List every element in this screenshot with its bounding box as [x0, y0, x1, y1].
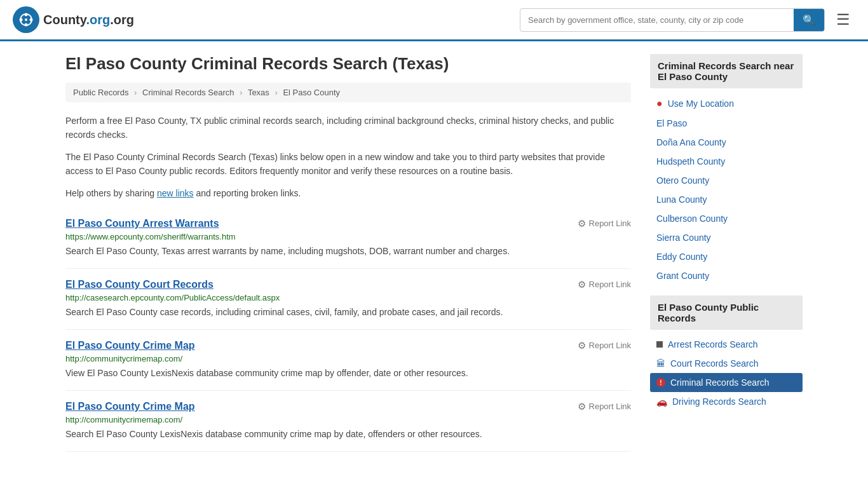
result-header: El Paso County Court Records ⚙ Report Li…	[65, 279, 631, 290]
search-button[interactable]: 🔍	[794, 9, 824, 31]
sidebar-nearby-item-0[interactable]: ●Use My Location	[650, 93, 803, 114]
result-header: El Paso County Arrest Warrants ⚙ Report …	[65, 218, 631, 229]
result-url-1[interactable]: http://casesearch.epcounty.com/PublicAcc…	[65, 293, 631, 302]
result-card: El Paso County Arrest Warrants ⚙ Report …	[65, 208, 631, 269]
sidebar-pr-item-1[interactable]: 🏛Court Records Search	[650, 354, 803, 373]
sidebar-nearby-item-8[interactable]: Eddy County	[650, 247, 803, 266]
report-link-1[interactable]: ⚙ Report Link	[578, 279, 631, 290]
result-header: El Paso County Crime Map ⚙ Report Link	[65, 340, 631, 351]
sidebar-public-records-items: Arrest Records Search🏛Court Records Sear…	[650, 335, 803, 411]
result-card: El Paso County Court Records ⚙ Report Li…	[65, 269, 631, 330]
sidebar: Criminal Records Search near El Paso Cou…	[650, 54, 803, 452]
sidebar-nearby-item-2[interactable]: Doña Ana County	[650, 133, 803, 152]
result-title-1[interactable]: El Paso County Court Records	[65, 279, 214, 290]
sidebar-pr-item-0[interactable]: Arrest Records Search	[650, 335, 803, 354]
report-link-2[interactable]: ⚙ Report Link	[578, 340, 631, 351]
result-desc-3: Search El Paso County LexisNexis databas…	[65, 428, 631, 441]
result-title-0[interactable]: El Paso County Arrest Warrants	[65, 218, 219, 229]
report-icon: ⚙	[578, 218, 586, 229]
breadcrumb-texas[interactable]: Texas	[248, 88, 269, 97]
result-url-3[interactable]: http://communitycrimemap.com/	[65, 415, 631, 424]
svg-point-2	[25, 13, 28, 17]
main-container: El Paso County Criminal Records Search (…	[53, 41, 815, 464]
report-link-3[interactable]: ⚙ Report Link	[578, 401, 631, 412]
svg-point-6	[25, 18, 27, 21]
sidebar-nearby-item-4[interactable]: Otero County	[650, 171, 803, 190]
breadcrumb: Public Records › Criminal Records Search…	[65, 83, 631, 102]
svg-point-5	[30, 18, 33, 22]
bank-icon: 🏛	[656, 358, 665, 369]
sidebar-public-records-title: El Paso County Public Records	[650, 295, 803, 330]
breadcrumb-public-records[interactable]: Public Records	[73, 88, 128, 97]
sidebar-nearby-item-9[interactable]: Grant County	[650, 266, 803, 285]
results-container: El Paso County Arrest Warrants ⚙ Report …	[65, 208, 631, 452]
logo-icon	[13, 6, 39, 33]
search-bar: 🔍	[520, 8, 825, 32]
svg-point-4	[20, 18, 23, 22]
content-area: El Paso County Criminal Records Search (…	[65, 54, 631, 452]
logo-text: County.org.org	[43, 13, 134, 27]
header: County.org.org 🔍 ☰	[0, 0, 868, 41]
menu-icon[interactable]: ☰	[831, 8, 855, 31]
result-title-2[interactable]: El Paso County Crime Map	[65, 340, 195, 351]
sidebar-pr-item-3[interactable]: 🚗Driving Records Search	[650, 392, 803, 411]
description-para3: Help others by sharing new links and rep…	[65, 186, 631, 200]
location-icon: ●	[656, 98, 663, 109]
svg-point-3	[25, 24, 28, 27]
sidebar-nearby-item-1[interactable]: El Paso	[650, 114, 803, 133]
description-para2: The El Paso County Criminal Records Sear…	[65, 150, 631, 179]
result-desc-0: Search El Paso County, Texas arrest warr…	[65, 245, 631, 258]
report-icon: ⚙	[578, 340, 586, 351]
result-desc-1: Search El Paso County case records, incl…	[65, 306, 631, 319]
breadcrumb-criminal-records[interactable]: Criminal Records Search	[142, 88, 234, 97]
square-icon	[656, 341, 663, 348]
result-header: El Paso County Crime Map ⚙ Report Link	[65, 401, 631, 412]
report-link-0[interactable]: ⚙ Report Link	[578, 218, 631, 229]
page-title: El Paso County Criminal Records Search (…	[65, 54, 631, 74]
result-url-0[interactable]: https://www.epcounty.com/sheriff/warrant…	[65, 232, 631, 241]
sidebar-nearby-item-7[interactable]: Sierra County	[650, 228, 803, 247]
search-input[interactable]	[520, 10, 794, 30]
excl-icon: !	[656, 378, 665, 387]
report-icon: ⚙	[578, 279, 586, 290]
breadcrumb-el-paso[interactable]: El Paso County	[283, 88, 340, 97]
result-card: El Paso County Crime Map ⚙ Report Link h…	[65, 391, 631, 452]
report-icon: ⚙	[578, 401, 586, 412]
description-para1: Perform a free El Paso County, TX public…	[65, 114, 631, 142]
new-links-link[interactable]: new links	[157, 188, 194, 198]
sidebar-pr-item-2[interactable]: !Criminal Records Search	[650, 373, 803, 392]
sidebar-public-records-section: El Paso County Public Records Arrest Rec…	[650, 295, 803, 411]
sidebar-nearby-item-3[interactable]: Hudspeth County	[650, 152, 803, 171]
result-title-3[interactable]: El Paso County Crime Map	[65, 401, 195, 412]
result-desc-2: View El Paso County LexisNexis database …	[65, 367, 631, 380]
car-icon: 🚗	[656, 396, 667, 407]
result-card: El Paso County Crime Map ⚙ Report Link h…	[65, 330, 631, 391]
sidebar-nearby-item-5[interactable]: Luna County	[650, 190, 803, 209]
result-url-2[interactable]: http://communitycrimemap.com/	[65, 354, 631, 363]
sidebar-nearby-item-6[interactable]: Culberson County	[650, 209, 803, 228]
header-right: 🔍 ☰	[520, 8, 855, 32]
sidebar-nearby-items: ●Use My LocationEl PasoDoña Ana CountyHu…	[650, 93, 803, 285]
logo-area: County.org.org	[13, 6, 134, 33]
sidebar-nearby-section: Criminal Records Search near El Paso Cou…	[650, 54, 803, 285]
sidebar-nearby-title: Criminal Records Search near El Paso Cou…	[650, 54, 803, 88]
